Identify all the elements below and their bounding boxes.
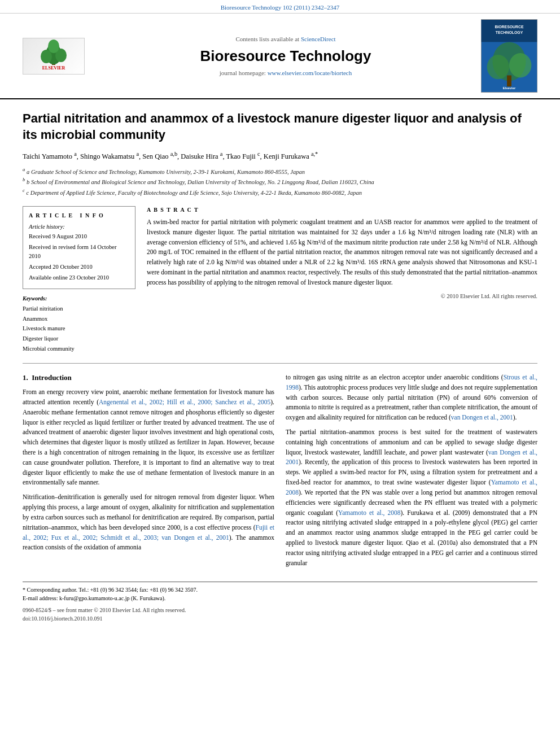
doi-text: doi:10.1016/j.biortech.2010.10.091 bbox=[23, 615, 102, 622]
ref-yamamoto1[interactable]: Yamamoto et al., 2008 bbox=[286, 479, 537, 496]
journal-reference-text: Bioresource Technology 102 (2011) 2342–2… bbox=[221, 4, 340, 11]
homepage-url[interactable]: www.elsevier.com/locate/biortech bbox=[268, 69, 352, 76]
author-sup-a3: a bbox=[220, 151, 223, 157]
homepage-prefix: journal homepage: bbox=[220, 69, 268, 76]
corresponding-author: * Corresponding author. Tel.: +81 (0) 96… bbox=[23, 586, 537, 594]
available-date: Available online 23 October 2010 bbox=[29, 273, 129, 283]
article-info-heading: A R T I C L E I N F O bbox=[29, 211, 129, 220]
intro-para-1: From an energy recovery view point, anae… bbox=[23, 387, 274, 488]
affiliation-c: c c Department of Applied Life Science, … bbox=[23, 187, 537, 197]
email-line: E-mail address: k-furu@gpo.kumamoto-u.ac… bbox=[23, 594, 537, 602]
article-title: Partial nitritation and anammox of a liv… bbox=[23, 111, 537, 143]
issn-text: 0960-8524/$ – see front matter © 2010 El… bbox=[23, 607, 186, 613]
affiliation-b: b b School of Environmental and Biologic… bbox=[23, 176, 537, 186]
ref-fujii[interactable]: Fujii et al., 2002; Fux et al., 2002; Sc… bbox=[23, 524, 274, 541]
science-direct-prefix: Contents lists available at bbox=[235, 36, 300, 42]
elsevier-logo-area bbox=[17, 38, 90, 75]
ref-strous[interactable]: Strous et al., 1998 bbox=[286, 374, 537, 391]
keywords-heading: Keywords: bbox=[23, 295, 135, 303]
intro-col-right: to nitrogen gas using nitrite as an elec… bbox=[286, 373, 537, 573]
issn-line: 0960-8524/$ – see front matter © 2010 El… bbox=[23, 606, 537, 623]
intro-section-title: 1. Introduction bbox=[23, 373, 274, 383]
ref-vandongen1[interactable]: van Dongen et al., 2001 bbox=[451, 414, 513, 421]
received-revised-date: Received in revised form 14 October 2010 bbox=[29, 243, 129, 262]
section-num: 1. bbox=[23, 373, 28, 382]
svg-text:TECHNOLOGY: TECHNOLOGY bbox=[496, 30, 523, 34]
journal-cover-svg: BIORESOURCE TECHNOLOGY Elsevier bbox=[481, 20, 537, 92]
elsevier-tree-icon bbox=[34, 38, 73, 67]
intro-title: Introduction bbox=[32, 373, 72, 382]
email-label: E-mail address: bbox=[23, 595, 58, 601]
intro-para-2: Nitrification–denitrification is general… bbox=[23, 492, 274, 553]
email-value: k-furu@gpo.kumamoto-u.ac.jp (K. Furukawa… bbox=[59, 595, 165, 601]
author-sup-a-star: a,* bbox=[311, 151, 318, 157]
journal-header: Contents lists available at ScienceDirec… bbox=[0, 14, 560, 99]
journal-header-center: Contents lists available at ScienceDirec… bbox=[90, 35, 481, 77]
authors-line: Taichi Yamamoto a, Shingo Wakamatsu a, S… bbox=[23, 150, 537, 162]
article-info-abstract-row: A R T I C L E I N F O Article history: R… bbox=[23, 206, 537, 354]
intro-col-left: 1. Introduction From an energy recovery … bbox=[23, 373, 274, 573]
ref-yamamoto2[interactable]: Yamamoto et al., 2008 bbox=[338, 509, 401, 516]
journal-reference-bar: Bioresource Technology 102 (2011) 2342–2… bbox=[0, 0, 560, 14]
accepted-date: Accepted 20 October 2010 bbox=[29, 263, 129, 272]
aff-sup-c: c bbox=[23, 187, 25, 193]
svg-rect-12 bbox=[507, 76, 511, 87]
keyword-2: Anammox bbox=[23, 314, 135, 324]
svg-point-11 bbox=[509, 53, 531, 77]
svg-text:BIORESOURCE: BIORESOURCE bbox=[495, 25, 524, 29]
keyword-3: Livestock manure bbox=[23, 324, 135, 334]
history-label: Article history: bbox=[29, 222, 129, 232]
science-direct-line: Contents lists available at ScienceDirec… bbox=[90, 35, 481, 43]
svg-point-4 bbox=[48, 40, 59, 53]
keyword-4: Digester liquor bbox=[23, 334, 135, 344]
keyword-5: Microbial community bbox=[23, 344, 135, 354]
svg-text:Elsevier: Elsevier bbox=[503, 86, 516, 90]
abstract-column: A B S T R A C T A swim-bed reactor for p… bbox=[147, 206, 537, 354]
svg-point-10 bbox=[487, 55, 509, 79]
journal-title: Bioresource Technology bbox=[90, 46, 481, 66]
journal-cover-area: BIORESOURCE TECHNOLOGY Elsevier bbox=[481, 19, 543, 93]
abstract-text: A swim-bed reactor for partial nitritati… bbox=[147, 217, 537, 288]
copyright-notice: © 2010 Elsevier Ltd. All rights reserved… bbox=[147, 292, 537, 301]
author-sup-a2: a bbox=[136, 151, 139, 157]
ref-vandongen2[interactable]: van Dongen et al., 2001 bbox=[286, 449, 537, 466]
elsevier-logo-box bbox=[23, 38, 85, 75]
affiliations: a a Graduate School of Science and Techn… bbox=[23, 166, 537, 197]
section-divider bbox=[23, 363, 537, 364]
received-date: Received 9 August 2010 bbox=[29, 232, 129, 242]
keyword-1: Partial nitritation bbox=[23, 304, 135, 314]
keywords-section: Keywords: Partial nitritation Anammox Li… bbox=[23, 295, 135, 354]
ref-angenental[interactable]: Angenental et al., 2002; Hill et al., 20… bbox=[99, 399, 270, 405]
author-sup-a: a bbox=[74, 151, 77, 157]
aff-sup-a: a bbox=[23, 167, 25, 172]
author-sup-ab: a,b bbox=[170, 151, 177, 157]
elsevier-logo bbox=[17, 38, 90, 75]
aff-sup-b: b bbox=[23, 177, 25, 182]
main-content: Partial nitritation and anammox of a liv… bbox=[0, 99, 560, 634]
article-info-box: A R T I C L E I N F O Article history: R… bbox=[23, 206, 135, 289]
journal-cover-image: BIORESOURCE TECHNOLOGY Elsevier bbox=[481, 19, 537, 93]
footnote-area: * Corresponding author. Tel.: +81 (0) 96… bbox=[23, 582, 537, 623]
intro-para-3: to nitrogen gas using nitrite as an elec… bbox=[286, 373, 537, 423]
affiliation-a: a a Graduate School of Science and Techn… bbox=[23, 166, 537, 176]
article-info-column: A R T I C L E I N F O Article history: R… bbox=[23, 206, 135, 354]
author-sup-c: c bbox=[257, 151, 260, 157]
intro-para-4: The partial nitritation–anammox process … bbox=[286, 427, 537, 568]
homepage-line: journal homepage: www.elsevier.com/locat… bbox=[90, 69, 481, 77]
abstract-heading: A B S T R A C T bbox=[147, 206, 537, 214]
science-direct-link[interactable]: ScienceDirect bbox=[301, 36, 336, 42]
introduction-section: 1. Introduction From an energy recovery … bbox=[23, 373, 537, 573]
